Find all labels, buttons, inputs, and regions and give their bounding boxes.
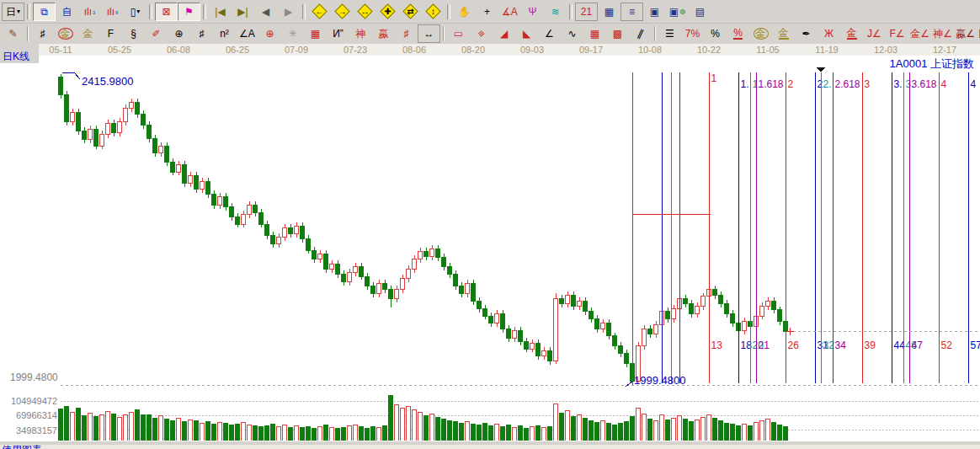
volume-axis-label: 34983157 [16,425,57,436]
fib-top-label: 3 [865,78,871,90]
fib-bottom-label: 34 [835,339,847,351]
fib-bottom-label: 39 [865,339,876,351]
fib-top-label: 4 [941,78,947,90]
fib-bottom-label: 47 [912,339,924,351]
fib-top-label: 1. [741,78,749,90]
fib-bottom-label: 21 [759,339,770,351]
low-ref-label: 1999.4800 [10,371,58,383]
bottom-status-text: 使用图表 [2,445,42,449]
fib-top-label: 2.618 [835,78,860,90]
volume-series [59,396,788,442]
fib-top-label: 1 [711,72,717,84]
volume-axis-label: 104949472 [11,396,57,406]
fib-top-label: 2. [823,78,832,90]
fib-bottom-label: 52 [941,339,953,351]
fib-time-zone-lines: 1131.181.201.618212262.312.322.618343393… [633,72,980,383]
stock-chart-app: 日▾⧉自ılı₃ılı₉▯▾⊠⚑|◀▶|◀▶←→↔✚⇄↕✋+∡AΨ≋21▦≡▣▣… [0,0,980,449]
fib-top-label: 4 [971,78,977,90]
high-price-annotation: 2415.9800 [82,75,133,88]
fib-bottom-label: 13 [711,339,723,351]
fib-bottom-label: 57 [971,339,980,351]
symbol-legend: 1A0001 上证指数 [890,56,974,72]
fib-top-label: 1.618 [759,78,784,90]
fib-top-label: 3.618 [912,78,937,90]
volume-axis-label: 69966314 [16,410,57,420]
period-cell: 日K线 [0,44,39,63]
low-price-annotation: 1999.4800 [634,374,685,387]
period-label: 日K线 [3,50,29,64]
bottom-tab-row[interactable]: 使用图表 [0,445,980,449]
fib-bottom-label: 26 [788,339,800,351]
fib-top-label: 3. [894,78,903,90]
fib-top-label: 2 [788,78,794,90]
marker-triangle-icon [817,67,826,73]
chart-canvas: 1131.181.201.618212262.312.322.618343393… [0,0,980,449]
candlestick-series [59,74,788,385]
